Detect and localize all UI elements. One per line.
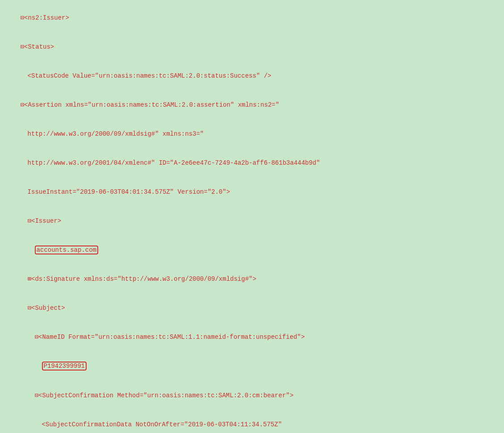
- xml-line-2: ⊟<Status>: [5, 33, 499, 62]
- xml-content-4: ⊟<Assertion xmlns="urn:oasis:names:tc:SA…: [21, 101, 279, 108]
- xml-line-8: ⊟<Issuer>: [5, 207, 499, 236]
- xml-content-8: ⊟<Issuer>: [28, 217, 62, 225]
- xml-content-5: http://www.w3.org/2000/09/xmldsig#" xmln…: [28, 130, 204, 137]
- xml-content-11: ⊟<Subject>: [28, 304, 65, 312]
- xml-line-6: http://www.w3.org/2001/04/xmlenc#" ID="A…: [5, 149, 499, 178]
- xml-content-2: ⊟<Status>: [21, 43, 54, 50]
- xml-line-12: ⊟<NameID Format="urn:oasis:names:tc:SAML…: [5, 323, 499, 352]
- xml-line-11: ⊟<Subject>: [5, 294, 499, 323]
- xml-content-3: <StatusCode Value="urn:oasis:names:tc:SA…: [28, 72, 271, 79]
- xml-line-13: P1942399991: [5, 352, 499, 381]
- xml-issuer-value: accounts.sap.com: [35, 246, 98, 254]
- xml-content-1: ⊟<ns2:Issuer>: [21, 14, 69, 21]
- xml-content-6: http://www.w3.org/2001/04/xmlenc#" ID="A…: [28, 159, 320, 167]
- xml-line-4: ⊟<Assertion xmlns="urn:oasis:names:tc:SA…: [5, 91, 499, 120]
- xml-line-7: IssueInstant="2019-06-03T04:01:34.575Z" …: [5, 178, 499, 207]
- xml-viewer: ⊟<ns2:Issuer> ⊟<Status> <StatusCode Valu…: [0, 0, 504, 433]
- xml-content-7: IssueInstant="2019-06-03T04:01:34.575Z" …: [28, 188, 230, 196]
- xml-nameid-value: P1942399991: [42, 362, 87, 371]
- xml-content-10: ⊞<ds:Signature xmlns:ds="http://www.w3.o…: [28, 275, 257, 283]
- xml-line-14: ⊟<SubjectConfirmation Method="urn:oasis:…: [5, 381, 499, 410]
- xml-line-9: accounts.sap.com: [5, 236, 499, 265]
- xml-line-15: <SubjectConfirmationData NotOnOrAfter="2…: [5, 410, 499, 433]
- xml-line-3: <StatusCode Value="urn:oasis:names:tc:SA…: [5, 62, 499, 91]
- xml-line-10: ⊞<ds:Signature xmlns:ds="http://www.w3.o…: [5, 265, 499, 294]
- xml-line-5: http://www.w3.org/2000/09/xmldsig#" xmln…: [5, 120, 499, 149]
- xml-content-15: <SubjectConfirmationData NotOnOrAfter="2…: [42, 421, 282, 428]
- xml-content-12: ⊟<NameID Format="urn:oasis:names:tc:SAML…: [35, 333, 305, 341]
- xml-line-1: ⊟<ns2:Issuer>: [5, 4, 499, 33]
- xml-content-14: ⊟<SubjectConfirmation Method="urn:oasis:…: [35, 392, 294, 399]
